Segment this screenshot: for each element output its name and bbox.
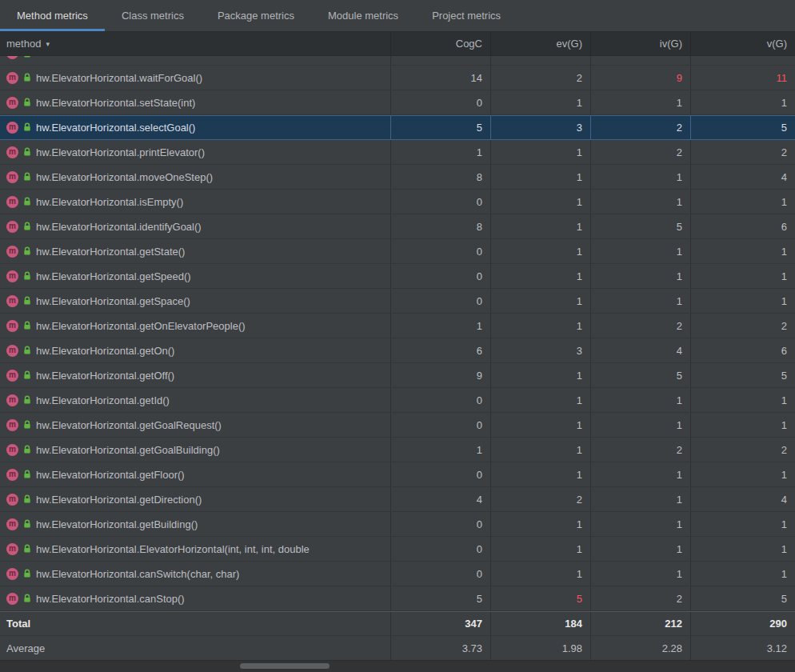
table-row[interactable]: mhw.ElevatorHorizontal.getGoalRequest()0… bbox=[0, 413, 795, 438]
table-row[interactable]: mhw.ElevatorHorizontal.getSpeed()0111 bbox=[0, 264, 795, 289]
metric-value: 1 bbox=[490, 462, 590, 486]
metric-value: 5 bbox=[690, 586, 795, 610]
table-row[interactable]: mhw.ElevatorHorizontal.getState()0111 bbox=[0, 239, 795, 264]
metric-value: 1 bbox=[490, 363, 590, 387]
method-name: hw.ElevatorHorizontal.getState() bbox=[36, 246, 185, 258]
metric-value: 2 bbox=[590, 314, 690, 338]
table-row-partial[interactable]: m bbox=[0, 56, 795, 66]
metric-value: 9 bbox=[590, 66, 690, 90]
method-icon: m bbox=[6, 419, 18, 431]
metric-value: 8 bbox=[390, 214, 490, 238]
method-name: hw.ElevatorHorizontal.getOff() bbox=[36, 370, 174, 382]
method-column-header[interactable]: method ▾ bbox=[0, 32, 390, 55]
table-row[interactable]: mhw.ElevatorHorizontal.isEmpty()0111 bbox=[0, 190, 795, 214]
metric-value: 1 bbox=[490, 90, 590, 114]
metric-value: 6 bbox=[690, 338, 795, 362]
method-cell: mhw.ElevatorHorizontal.canSwitch(char, c… bbox=[0, 562, 390, 586]
table-row[interactable]: mhw.ElevatorHorizontal.getBuilding()0111 bbox=[0, 512, 795, 537]
column-header-ivg[interactable]: iv(G) bbox=[590, 32, 690, 55]
table-row[interactable]: mhw.ElevatorHorizontal.canSwitch(char, c… bbox=[0, 562, 795, 586]
table-row[interactable]: mhw.ElevatorHorizontal.getDirection()421… bbox=[0, 487, 795, 512]
table-row[interactable]: mhw.ElevatorHorizontal.canStop()5525 bbox=[0, 586, 795, 611]
table-row[interactable]: mhw.ElevatorHorizontal.getOn()6346 bbox=[0, 338, 795, 363]
public-visibility-icon bbox=[22, 197, 32, 206]
tab-class-metrics[interactable]: Class metrics bbox=[105, 0, 201, 31]
method-icon: m bbox=[6, 221, 18, 233]
horizontal-scrollbar[interactable] bbox=[0, 661, 795, 672]
table-row[interactable]: mhw.ElevatorHorizontal.getFloor()0111 bbox=[0, 462, 795, 487]
table-row[interactable]: mhw.ElevatorHorizontal.waitForGoal()1429… bbox=[0, 66, 795, 90]
metric-value: 0 bbox=[390, 264, 490, 288]
method-cell: mhw.ElevatorHorizontal.getGoalRequest() bbox=[0, 413, 390, 437]
metric-value: 2 bbox=[590, 115, 690, 139]
public-visibility-icon bbox=[22, 494, 32, 504]
average-label: Average bbox=[0, 636, 390, 660]
method-icon: m bbox=[6, 97, 18, 109]
total-evg: 184 bbox=[490, 612, 590, 635]
method-icon: m bbox=[6, 543, 18, 555]
metric-value: 1 bbox=[690, 289, 795, 313]
method-name: hw.ElevatorHorizontal.getSpace() bbox=[36, 295, 190, 307]
metric-value: 0 bbox=[390, 537, 490, 561]
method-cell: mhw.ElevatorHorizontal.getOn() bbox=[0, 338, 390, 362]
method-icon: m bbox=[6, 345, 18, 357]
method-icon: m bbox=[6, 444, 18, 456]
column-header-cogc[interactable]: CogC bbox=[390, 32, 490, 55]
metric-value: 1 bbox=[490, 562, 590, 586]
metric-value: 0 bbox=[390, 562, 490, 586]
public-visibility-icon bbox=[22, 271, 32, 281]
metric-value: 1 bbox=[590, 462, 690, 486]
table-row[interactable]: mhw.ElevatorHorizontal.getSpace()0111 bbox=[0, 289, 795, 314]
metric-value: 1 bbox=[590, 512, 690, 536]
public-visibility-icon bbox=[22, 246, 32, 256]
table-row[interactable]: mhw.ElevatorHorizontal.getId()0111 bbox=[0, 388, 795, 413]
metric-value: 2 bbox=[690, 140, 795, 164]
table-row[interactable]: mhw.ElevatorHorizontal.moveOneStep()8114 bbox=[0, 165, 795, 190]
table-row[interactable]: mhw.ElevatorHorizontal.printElevator()11… bbox=[0, 140, 795, 165]
metric-value: 5 bbox=[490, 586, 590, 610]
scrollbar-thumb[interactable] bbox=[240, 663, 330, 669]
table-row[interactable]: mhw.ElevatorHorizontal.getGoalBuilding()… bbox=[0, 438, 795, 462]
method-name: hw.ElevatorHorizontal.getGoalRequest() bbox=[36, 419, 222, 431]
metric-value bbox=[690, 56, 795, 66]
metric-value: 1 bbox=[590, 413, 690, 437]
metric-value: 6 bbox=[690, 214, 795, 238]
metric-value: 1 bbox=[490, 140, 590, 164]
metric-value: 1 bbox=[590, 562, 690, 586]
table-row[interactable]: mhw.ElevatorHorizontal.getOnElevatorPeop… bbox=[0, 314, 795, 338]
tab-project-metrics[interactable]: Project metrics bbox=[415, 0, 517, 31]
table-row[interactable]: mhw.ElevatorHorizontal.identifyGoal()815… bbox=[0, 214, 795, 239]
column-header-evg[interactable]: ev(G) bbox=[490, 32, 590, 55]
metric-value: 1 bbox=[690, 562, 795, 586]
table-row[interactable]: mhw.ElevatorHorizontal.selectGoal()5325 bbox=[0, 115, 795, 140]
tab-package-metrics[interactable]: Package metrics bbox=[201, 0, 311, 31]
method-name: hw.ElevatorHorizontal.identifyGoal() bbox=[36, 221, 202, 233]
column-header-vg[interactable]: v(G) bbox=[690, 32, 795, 55]
metric-value: 6 bbox=[390, 338, 490, 362]
public-visibility-icon bbox=[22, 56, 32, 58]
table-row[interactable]: mhw.ElevatorHorizontal.setState(int)0111 bbox=[0, 90, 795, 115]
public-visibility-icon bbox=[22, 544, 32, 554]
public-visibility-icon bbox=[22, 470, 32, 479]
tab-method-metrics[interactable]: Method metrics bbox=[0, 0, 105, 31]
public-visibility-icon bbox=[22, 569, 32, 578]
method-cell: mhw.ElevatorHorizontal.isEmpty() bbox=[0, 190, 390, 214]
tab-label: Method metrics bbox=[17, 10, 88, 22]
method-name: hw.ElevatorHorizontal.moveOneStep() bbox=[36, 171, 213, 183]
method-name: hw.ElevatorHorizontal.getDirection() bbox=[36, 494, 202, 506]
metric-value: 1 bbox=[690, 512, 795, 536]
method-name: hw.ElevatorHorizontal.getSpeed() bbox=[36, 270, 191, 282]
method-name: hw.ElevatorHorizontal.isEmpty() bbox=[36, 196, 183, 208]
metric-value: 11 bbox=[690, 66, 795, 90]
table-row[interactable]: mhw.ElevatorHorizontal.getOff()9155 bbox=[0, 363, 795, 388]
table-row[interactable]: mhw.ElevatorHorizontal.ElevatorHorizonta… bbox=[0, 537, 795, 562]
method-name: hw.ElevatorHorizontal.getOn() bbox=[36, 345, 174, 357]
method-icon: m bbox=[6, 171, 18, 183]
metric-value: 4 bbox=[390, 487, 490, 511]
tab-label: Package metrics bbox=[218, 10, 294, 22]
total-label: Total bbox=[0, 612, 390, 635]
method-cell: mhw.ElevatorHorizontal.getOnElevatorPeop… bbox=[0, 314, 390, 338]
metric-value: 0 bbox=[390, 90, 490, 114]
tab-module-metrics[interactable]: Module metrics bbox=[311, 0, 415, 31]
method-cell: mhw.ElevatorHorizontal.getGoalBuilding() bbox=[0, 438, 390, 462]
